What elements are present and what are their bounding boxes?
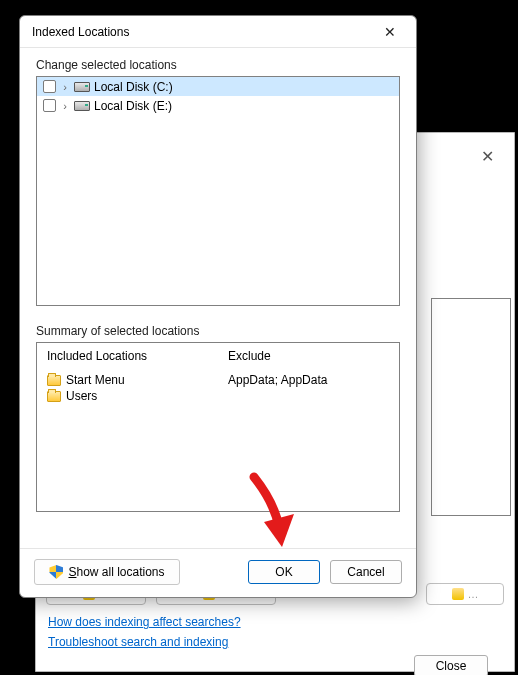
background-btn-3: … <box>426 583 504 605</box>
checkbox[interactable] <box>43 99 56 112</box>
dialog-footer: Show all locations OK Cancel <box>20 548 416 597</box>
exclude-text: AppData; AppData <box>228 373 389 387</box>
shield-icon <box>49 565 63 579</box>
dialog-content: Change selected locations › Local Disk (… <box>20 48 416 548</box>
included-column: Included Locations Start Menu Users <box>37 343 218 511</box>
list-item[interactable]: Users <box>47 389 208 403</box>
indexed-locations-dialog: Indexed Locations ✕ Change selected loca… <box>19 15 417 598</box>
show-all-locations-button[interactable]: Show all locations <box>34 559 180 585</box>
shield-icon <box>452 588 464 600</box>
locations-tree[interactable]: › Local Disk (C:) › Local Disk (E:) <box>36 76 400 306</box>
checkbox[interactable] <box>43 80 56 93</box>
included-item-label: Start Menu <box>66 373 125 387</box>
tree-label: Local Disk (C:) <box>94 80 173 94</box>
folder-icon <box>47 375 61 386</box>
tree-label: Local Disk (E:) <box>94 99 172 113</box>
ok-button[interactable]: OK <box>248 560 320 584</box>
included-header: Included Locations <box>47 349 208 363</box>
tree-row-local-disk-c[interactable]: › Local Disk (C:) <box>37 77 399 96</box>
help-links: How does indexing affect searches? Troub… <box>48 615 241 649</box>
titlebar: Indexed Locations ✕ <box>20 16 416 48</box>
dialog-title: Indexed Locations <box>32 25 372 39</box>
close-icon[interactable]: ✕ <box>372 18 408 46</box>
chevron-right-icon[interactable]: › <box>60 81 70 93</box>
change-locations-label: Change selected locations <box>36 58 400 72</box>
chevron-right-icon[interactable]: › <box>60 100 70 112</box>
exclude-header: Exclude <box>228 349 389 363</box>
exclude-column: Exclude AppData; AppData <box>218 343 399 511</box>
tree-row-local-disk-e[interactable]: › Local Disk (E:) <box>37 96 399 115</box>
summary-label: Summary of selected locations <box>36 324 400 338</box>
drive-icon <box>74 82 90 92</box>
link-troubleshoot[interactable]: Troubleshoot search and indexing <box>48 635 241 649</box>
close-button[interactable]: Close <box>414 655 488 675</box>
button-label: Show all locations <box>68 565 164 579</box>
cancel-button[interactable]: Cancel <box>330 560 402 584</box>
link-how-indexing[interactable]: How does indexing affect searches? <box>48 615 241 629</box>
list-item[interactable]: Start Menu <box>47 373 208 387</box>
included-item-label: Users <box>66 389 97 403</box>
drive-icon <box>74 101 90 111</box>
background-panel <box>431 298 511 516</box>
close-icon[interactable]: ✕ <box>481 147 494 166</box>
summary-box: Included Locations Start Menu Users Excl… <box>36 342 400 512</box>
folder-icon <box>47 391 61 402</box>
